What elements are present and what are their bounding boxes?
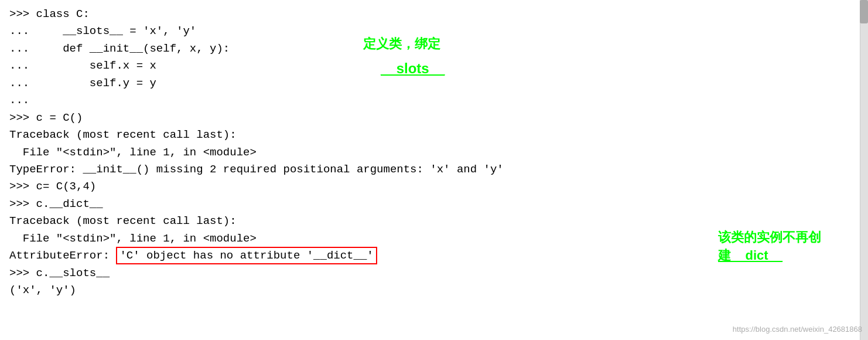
line-9: File "<stdin>", line 1, in <module> bbox=[9, 144, 859, 161]
line-10: TypeError: __init__() missing 2 required… bbox=[9, 161, 859, 178]
terminal-window: >>> class C: ... __slots__ = 'x', 'y' ..… bbox=[0, 0, 868, 340]
scrollbar[interactable] bbox=[860, 0, 868, 340]
line-8: Traceback (most recent call last): bbox=[9, 127, 859, 144]
line-12: >>> c.__dict__ bbox=[9, 196, 859, 213]
annotation-slots-text: __slots__ bbox=[381, 59, 445, 79]
annotation-text-3: 该类的实例不再创 bbox=[718, 229, 821, 247]
line-11: >>> c= C(3,4) bbox=[9, 178, 859, 195]
line-7: >>> c = C() bbox=[9, 110, 859, 127]
annotation-text-4: 建__dict__ bbox=[718, 247, 821, 265]
annotation-no-dict: 该类的实例不再创 建__dict__ bbox=[718, 229, 821, 265]
line-16: >>> c.__slots__ bbox=[9, 265, 859, 282]
watermark: https://blog.csdn.net/weixin_42681868 bbox=[733, 324, 862, 335]
attribute-error-label: AttributeError: bbox=[9, 249, 116, 262]
line-6: ... bbox=[9, 92, 859, 109]
line-13: Traceback (most recent call last): bbox=[9, 213, 859, 230]
annotation-dict-label: 建__dict__ bbox=[718, 248, 782, 263]
annotation-text-1: 定义类，绑定 bbox=[363, 36, 440, 51]
annotation-text-2: __slots__ bbox=[381, 60, 445, 76]
error-highlight-box: 'C' object has no attribute '__dict__' bbox=[116, 247, 377, 264]
line-17: ('x', 'y') bbox=[9, 282, 859, 299]
line-1: >>> class C: bbox=[9, 6, 859, 23]
scrollbar-thumb[interactable] bbox=[860, 0, 868, 23]
annotation-define-class: 定义类，绑定 bbox=[363, 35, 440, 53]
